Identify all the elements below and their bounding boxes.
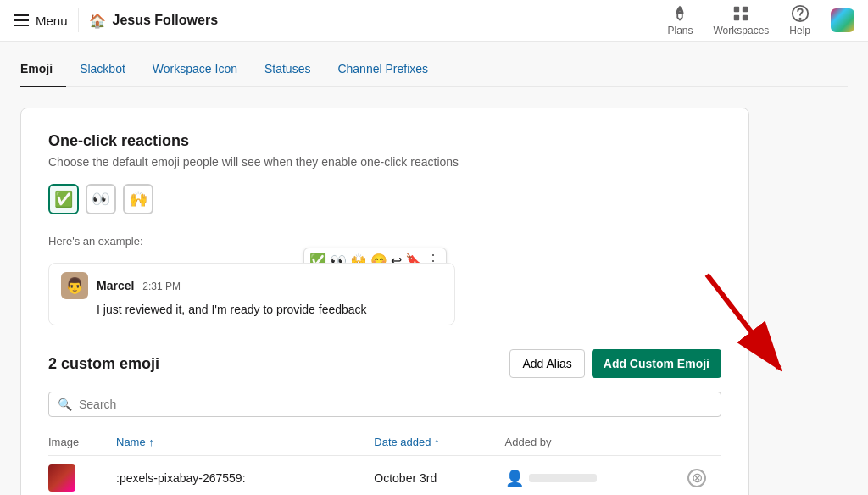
user-placeholder-1: 👤 (505, 469, 687, 487)
search-bar: 🔍 (48, 392, 721, 417)
svg-rect-1 (14, 19, 29, 21)
menu-button[interactable]: Menu (14, 14, 68, 28)
col-added-by: Added by (505, 431, 687, 456)
message-preview: 👨 Marcel 2:31 PM I just reviewed it, and… (48, 263, 455, 325)
message-time: 2:31 PM (142, 281, 181, 292)
svg-rect-5 (743, 7, 748, 12)
help-nav-item[interactable]: Help (789, 4, 810, 36)
custom-emoji-actions: Add Alias Add Custom Emoji (509, 349, 721, 378)
col-name[interactable]: Name ↑ (116, 431, 374, 456)
menu-label: Menu (36, 14, 68, 28)
example-label: Here's an example: (48, 235, 721, 248)
tab-statuses[interactable]: Statuses (251, 55, 324, 87)
message-author: Marcel (97, 279, 134, 292)
table-row: :pexels-pixabay-267559: October 3rd 👤 ⊗ (48, 456, 721, 496)
add-alias-button[interactable]: Add Alias (509, 349, 584, 378)
rocket-icon (670, 4, 689, 23)
launch-button[interactable] (831, 8, 854, 32)
grid-icon (732, 4, 750, 23)
emoji-added-by-cell-1: 👤 (505, 456, 687, 496)
svg-rect-0 (14, 14, 29, 16)
tab-slackbot[interactable]: Slackbot (66, 55, 139, 87)
emoji-option-hands[interactable]: 🙌 (123, 184, 153, 214)
emoji-date-cell-1: October 3rd (374, 456, 504, 496)
message-meta: Marcel 2:31 PM (97, 279, 181, 292)
tabs-bar: Emoji Slackbot Workspace Icon Statuses C… (20, 55, 848, 87)
tab-emoji[interactable]: Emoji (20, 55, 66, 87)
svg-rect-7 (743, 15, 748, 20)
workspaces-label: Workspaces (714, 25, 770, 36)
help-label: Help (789, 25, 810, 36)
svg-point-9 (799, 19, 800, 19)
header: Menu 🏠 Jesus Followers Plans Workspaces (0, 0, 868, 42)
main-panel: One-click reactions Choose the default e… (20, 108, 749, 495)
svg-rect-6 (734, 15, 739, 20)
custom-emoji-header: 2 custom emoji Add Alias Add Custom Emoj… (48, 349, 721, 378)
emoji-image-1 (48, 464, 75, 492)
emoji-options: ✅ 👀 🙌 (48, 184, 721, 214)
header-divider (78, 8, 79, 32)
hamburger-icon (14, 14, 29, 26)
svg-rect-4 (734, 7, 739, 12)
one-click-description: Choose the default emoji people will see… (48, 155, 721, 169)
user-icon-1: 👤 (505, 469, 524, 487)
user-text-1 (529, 474, 597, 482)
plans-nav-item[interactable]: Plans (667, 4, 693, 36)
home-icon: 🏠 (89, 13, 106, 29)
avatar: 👨 (61, 272, 88, 299)
col-date[interactable]: Date added ↑ (374, 431, 504, 456)
message-header: 👨 Marcel 2:31 PM (61, 272, 442, 299)
emoji-option-check[interactable]: ✅ (48, 184, 79, 214)
add-custom-emoji-button[interactable]: Add Custom Emoji (592, 349, 721, 378)
emoji-table: Image Name ↑ Date added ↑ Added by :pexe… (48, 431, 721, 495)
workspace-name: 🏠 Jesus Followers (89, 13, 219, 29)
workspaces-nav-item[interactable]: Workspaces (714, 4, 770, 36)
col-actions (687, 431, 721, 456)
one-click-section: One-click reactions Choose the default e… (48, 132, 721, 325)
header-right: Plans Workspaces Help (667, 4, 854, 36)
remove-emoji-1-button[interactable]: ⊗ (687, 469, 706, 487)
svg-point-3 (679, 10, 682, 13)
custom-emoji-title: 2 custom emoji (48, 355, 159, 373)
tab-channel-prefixes[interactable]: Channel Prefixes (324, 55, 442, 87)
tab-workspace-icon[interactable]: Workspace Icon (139, 55, 251, 87)
search-input[interactable] (79, 398, 712, 411)
emoji-image-cell-1 (48, 456, 116, 496)
one-click-title: One-click reactions (48, 132, 721, 150)
emoji-remove-cell-1: ⊗ (687, 456, 721, 496)
help-icon (791, 4, 810, 23)
search-icon: 🔍 (58, 398, 72, 411)
svg-rect-2 (14, 25, 29, 26)
remove-icon-1: ⊗ (692, 471, 703, 485)
col-image: Image (48, 431, 116, 456)
plans-label: Plans (667, 25, 693, 36)
header-left: Menu 🏠 Jesus Followers (14, 8, 218, 32)
message-text: I just reviewed it, and I'm ready to pro… (61, 303, 442, 316)
emoji-name-cell-1: :pexels-pixabay-267559: (116, 456, 374, 496)
emoji-option-eyes[interactable]: 👀 (86, 184, 116, 214)
